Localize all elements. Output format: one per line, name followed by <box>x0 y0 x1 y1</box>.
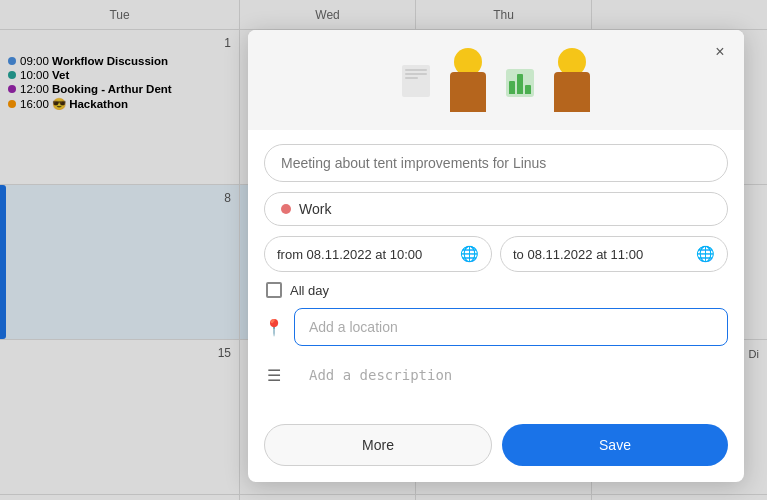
allday-label: All day <box>290 283 329 298</box>
to-datetime-text: to 08.11.2022 at 11:00 <box>513 247 688 262</box>
close-icon: × <box>715 43 724 61</box>
illustration-container <box>402 48 590 112</box>
event-title-input[interactable] <box>264 144 728 182</box>
person1-illustration <box>450 48 486 112</box>
calendar-color-dot <box>281 204 291 214</box>
chart-icon <box>506 69 534 97</box>
person2-body <box>554 72 590 112</box>
from-datetime-field[interactable]: from 08.11.2022 at 10:00 🌐 <box>264 236 492 272</box>
save-button[interactable]: Save <box>502 424 728 466</box>
location-input[interactable] <box>294 308 728 346</box>
modal-footer: More Save <box>248 416 744 482</box>
description-input[interactable] <box>294 356 728 400</box>
description-row: ☰ <box>264 356 728 400</box>
calendar-name: Work <box>299 201 711 217</box>
from-globe-icon[interactable]: 🌐 <box>460 245 479 263</box>
event-creation-modal: × Work from 08.11.2022 at 10:00 🌐 to 08.… <box>248 30 744 482</box>
close-button[interactable]: × <box>708 40 732 64</box>
description-icon: ☰ <box>264 366 284 385</box>
doc-stack-icon <box>402 65 430 97</box>
datetime-row: from 08.11.2022 at 10:00 🌐 to 08.11.2022… <box>264 236 728 272</box>
person2-illustration <box>554 48 590 112</box>
location-row: 📍 <box>264 308 728 346</box>
from-datetime-text: from 08.11.2022 at 10:00 <box>277 247 452 262</box>
person1-body <box>450 72 486 112</box>
location-icon: 📍 <box>264 318 284 337</box>
modal-illustration: × <box>248 30 744 130</box>
more-button[interactable]: More <box>264 424 492 466</box>
allday-row: All day <box>264 282 728 298</box>
allday-checkbox[interactable] <box>266 282 282 298</box>
to-globe-icon[interactable]: 🌐 <box>696 245 715 263</box>
calendar-selector[interactable]: Work <box>264 192 728 226</box>
modal-body: Work from 08.11.2022 at 10:00 🌐 to 08.11… <box>248 130 744 416</box>
to-datetime-field[interactable]: to 08.11.2022 at 11:00 🌐 <box>500 236 728 272</box>
